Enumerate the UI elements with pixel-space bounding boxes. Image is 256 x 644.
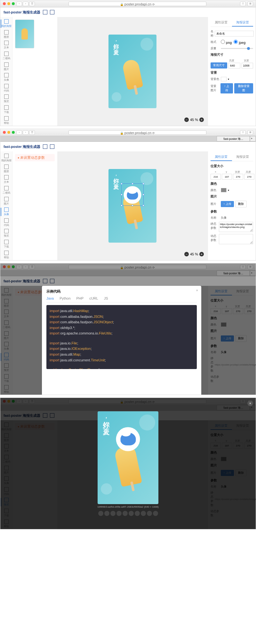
radio-png[interactable]: png: [221, 40, 232, 44]
y-input[interactable]: [222, 174, 232, 180]
code-tab-php[interactable]: PHP: [76, 296, 84, 300]
h-input[interactable]: [244, 174, 254, 180]
static-param-label: 静态参数: [211, 222, 218, 230]
color-swatch[interactable]: [221, 188, 227, 192]
preview-play-icon[interactable]: [147, 511, 152, 516]
name-input[interactable]: [215, 31, 254, 36]
zoom-out-button[interactable]: −: [184, 117, 189, 122]
poster[interactable]: 你好，夏天: [108, 35, 156, 108]
static-param-input[interactable]: https://poster.prodapi.cn/static/images/…: [219, 222, 253, 232]
tab-poster-settings[interactable]: 海报设置: [232, 153, 253, 161]
tab-properties[interactable]: 属性设置: [211, 153, 232, 161]
forward-button[interactable]: ›: [23, 130, 28, 135]
preview-next-icon[interactable]: [153, 511, 158, 516]
sidebar-item-help[interactable]: 帮助: [1, 249, 12, 260]
sidebar-item-qr[interactable]: 二维码: [1, 185, 12, 196]
selection-box[interactable]: [121, 183, 144, 206]
code-tab-js[interactable]: JS: [104, 296, 108, 300]
share-button[interactable]: ⇧: [240, 130, 246, 135]
poster[interactable]: 你好，夏天: [108, 169, 156, 243]
upload-bg-button[interactable]: ↑ 上传: [220, 83, 233, 93]
sidebar-item-image[interactable]: 图片: [1, 61, 12, 72]
preview-prev-icon[interactable]: [141, 511, 146, 516]
sidebar-item-code[interactable]: 代码: [1, 83, 12, 94]
preview-flip-v-icon[interactable]: [135, 511, 140, 516]
height-input[interactable]: [228, 63, 240, 68]
sidebar-item-preview[interactable]: 预览: [1, 228, 12, 239]
tabs-button[interactable]: ⊞: [247, 130, 253, 135]
bgcolor-swatch[interactable]: [221, 77, 227, 81]
preview-zoom-in-icon[interactable]: [98, 511, 103, 516]
sidebar-item-avatar[interactable]: 头像: [1, 206, 12, 217]
preview-zoom-out-icon[interactable]: [104, 511, 109, 516]
sidebar-item-help[interactable]: 帮助: [1, 115, 12, 126]
modal-close-button[interactable]: ×: [196, 288, 198, 292]
quality-slider[interactable]: [221, 48, 253, 49]
minimize-window-icon[interactable]: [7, 131, 10, 134]
back-button[interactable]: ‹: [16, 130, 22, 135]
back-button[interactable]: ‹: [16, 2, 22, 6]
sidebar-item-file[interactable]: 我的海报: [1, 18, 12, 29]
sidebar-item-layers[interactable]: 图层: [1, 29, 12, 40]
close-window-icon[interactable]: [3, 131, 6, 134]
sidebar-toggle[interactable]: ☰: [29, 2, 35, 6]
maximize-window-icon[interactable]: [12, 131, 15, 134]
sidebar-item-text[interactable]: 文本: [1, 40, 12, 51]
sidebar-item-layers[interactable]: 图层: [1, 164, 12, 174]
x-input[interactable]: [211, 174, 221, 180]
zoom-in-button[interactable]: +: [199, 252, 204, 256]
dynamic-param-input[interactable]: [219, 234, 253, 244]
code-tabs: JavaPythonPHPcURLJS: [46, 296, 197, 302]
position-section-title: 位置大小: [211, 164, 253, 168]
new-file-icon[interactable]: [43, 144, 47, 149]
sidebar-item-qr[interactable]: 二维码: [1, 51, 12, 61]
sidebar-item-image[interactable]: 图片: [1, 196, 12, 206]
close-window-icon[interactable]: [3, 2, 6, 5]
sidebar-item-code[interactable]: 代码: [1, 217, 12, 228]
preview-flip-h-icon[interactable]: [129, 511, 134, 516]
preview-close-button[interactable]: ×: [247, 400, 253, 406]
browser-tab[interactable]: fast-poster 海...: [217, 136, 250, 141]
sidebar-item-preview[interactable]: 预览: [1, 93, 12, 104]
save-icon[interactable]: [50, 10, 54, 14]
preview-fit-icon[interactable]: [110, 511, 116, 516]
size-preset-button[interactable]: 常用尺寸: [211, 62, 227, 68]
new-file-icon[interactable]: [43, 10, 47, 14]
code-block[interactable]: import java.util.HashMap;import com.alib…: [46, 305, 197, 369]
preview-rotate-left-icon[interactable]: [116, 511, 122, 516]
zoom-out-button[interactable]: −: [184, 252, 189, 256]
canvas[interactable]: 你好，夏天 − 45 % +: [57, 17, 208, 126]
maximize-window-icon[interactable]: [12, 2, 15, 5]
zoom-in-button[interactable]: +: [199, 117, 204, 122]
url-bar[interactable]: 🔒 poster.prodapi.cn ⟳: [68, 130, 206, 135]
preview-overlay[interactable]: × 你好，夏天 16f998/3-ad5d-d45e-a4f7-2083cf96…: [0, 398, 256, 529]
code-tab-curl[interactable]: cURL: [89, 296, 98, 300]
poster-thumbnail[interactable]: [15, 20, 34, 48]
sidebar-item-file[interactable]: 我的海报: [1, 153, 12, 164]
tab-poster-settings[interactable]: 海报设置: [232, 19, 253, 27]
url-bar[interactable]: 🔒 poster.prodapi.cn ⟳: [68, 2, 206, 6]
w-input[interactable]: [233, 174, 243, 180]
radio-jpeg[interactable]: jpeg: [234, 40, 245, 44]
new-tab-button[interactable]: +: [250, 136, 256, 141]
share-button[interactable]: ⇧: [240, 2, 246, 6]
width-input[interactable]: [242, 63, 253, 68]
tabs-button[interactable]: ⊞: [247, 2, 253, 6]
sidebar-item-avatar[interactable]: 头像: [1, 72, 12, 83]
canvas[interactable]: 你好，夏天 − 45 % +: [57, 151, 208, 260]
sidebar-item-text[interactable]: 文本: [1, 174, 12, 185]
minimize-window-icon[interactable]: [7, 2, 10, 5]
code-tab-java[interactable]: Java: [46, 296, 54, 300]
save-icon[interactable]: [50, 144, 54, 149]
sidebar-toggle[interactable]: ☰: [29, 130, 35, 135]
sidebar-item-download[interactable]: 下载: [1, 239, 12, 250]
upload-image-button[interactable]: ↑ 上传: [221, 201, 234, 207]
remove-bg-button[interactable]: 删除背景图: [234, 83, 253, 93]
sidebar-item-download[interactable]: 下载: [1, 104, 12, 115]
delete-image-button[interactable]: 删除: [235, 201, 247, 207]
forward-button[interactable]: ›: [23, 2, 28, 6]
sidebar-label: 代码: [4, 223, 9, 227]
preview-rotate-right-icon[interactable]: [123, 511, 128, 516]
tab-properties[interactable]: 属性设置: [211, 19, 232, 27]
code-tab-python[interactable]: Python: [60, 296, 70, 300]
